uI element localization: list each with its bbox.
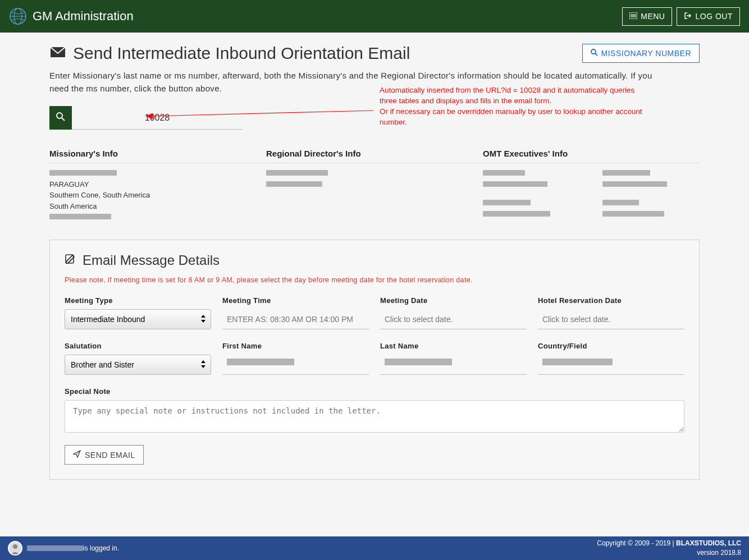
rd-info-col: Regional Director's Info — [266, 149, 483, 227]
menu-button[interactable]: MENU — [622, 7, 672, 26]
menu-icon — [629, 12, 637, 21]
svg-line-13 — [152, 111, 373, 116]
first-name-label: First Name — [222, 342, 369, 350]
paper-plane-icon — [73, 450, 81, 460]
logout-button[interactable]: LOG OUT — [677, 7, 740, 26]
svg-marker-14 — [146, 113, 153, 119]
missionary-number-button[interactable]: MISSIONARY NUMBER — [582, 44, 700, 63]
envelope-icon — [49, 44, 66, 63]
email-details-panel: Email Message Details Please note, if me… — [49, 240, 700, 480]
footer: is logged in. Copyright © 2009 - 2019 | … — [0, 536, 749, 560]
rd-info-header: Regional Director's Info — [266, 149, 483, 163]
edit-icon — [65, 253, 77, 268]
search-icon — [56, 112, 65, 123]
hotel-date-input[interactable] — [538, 309, 684, 329]
meeting-type-select[interactable]: Intermediate Inbound — [65, 309, 211, 329]
country-label: Country/Field — [538, 342, 684, 350]
svg-point-15 — [13, 544, 17, 549]
meeting-date-input[interactable] — [380, 309, 527, 329]
menu-label: MENU — [641, 12, 665, 21]
hotel-date-label: Hotel Reservation Date — [538, 296, 684, 305]
search-icon-box[interactable] — [49, 106, 72, 130]
salutation-select[interactable]: Brother and Sister — [65, 355, 211, 375]
meeting-type-label: Meeting Type — [65, 296, 211, 305]
meeting-date-label: Meeting Date — [380, 296, 527, 305]
missionary-info-col: Missionary's Info PARAGUAY Southern Cone… — [49, 149, 266, 227]
panel-title: Email Message Details — [65, 253, 684, 268]
avatar — [8, 541, 22, 556]
panel-warning: Please note, if meeting time is set for … — [65, 276, 684, 284]
company-link[interactable]: BLAXSTUDIOS, LLC — [676, 539, 741, 547]
app-title: GM Administration — [33, 9, 134, 24]
svg-point-9 — [57, 113, 62, 118]
annotation-text: Automatically inserted from the URL?id =… — [380, 85, 643, 128]
svg-line-10 — [62, 118, 65, 121]
meeting-time-input[interactable] — [222, 309, 369, 329]
version-text: version 2018.8 — [597, 548, 741, 558]
annotation-arrow-icon — [146, 109, 376, 121]
send-email-button[interactable]: SEND EMAIL — [65, 445, 144, 465]
logout-icon — [684, 12, 692, 21]
search-icon — [591, 49, 598, 58]
last-name-label: Last Name — [380, 342, 527, 350]
omt-info-col: OMT Executives' Info — [483, 149, 700, 227]
special-note-label: Special Note — [65, 387, 684, 396]
missionary-info-header: Missionary's Info — [49, 149, 266, 163]
meeting-time-label: Meeting Time — [222, 296, 369, 305]
logged-in-text: is logged in. — [83, 544, 119, 552]
topbar: GM Administration MENU LOG OUT — [0, 0, 749, 33]
omt-info-header: OMT Executives' Info — [483, 149, 700, 163]
page-title: Send Intermediate Inbound Orientation Em… — [49, 44, 410, 63]
salutation-label: Salutation — [65, 342, 211, 350]
logout-label: LOG OUT — [695, 12, 733, 21]
svg-line-8 — [595, 53, 597, 56]
special-note-textarea[interactable] — [65, 400, 684, 433]
svg-point-7 — [591, 49, 596, 54]
globe-icon — [9, 7, 27, 25]
